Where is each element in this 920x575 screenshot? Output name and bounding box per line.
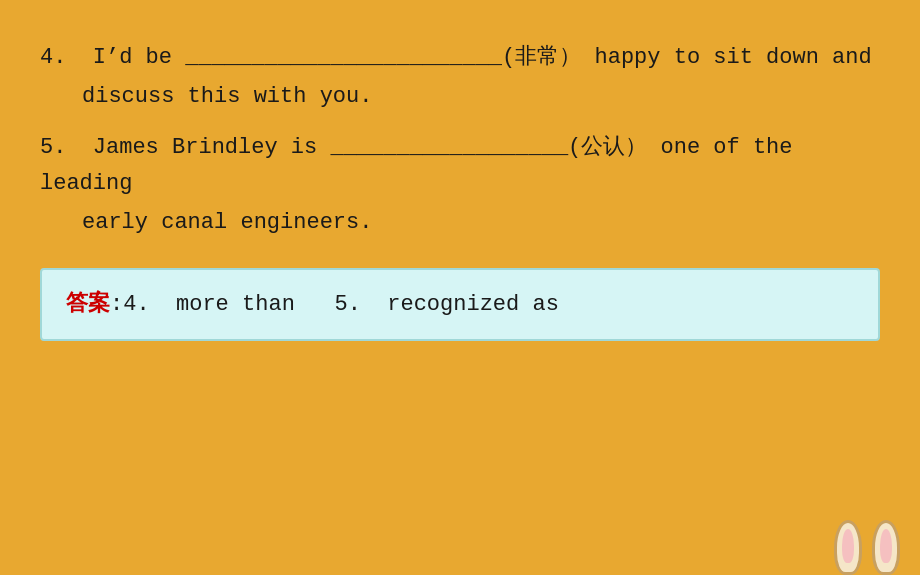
- question-4-line2: discuss this with you.: [40, 79, 880, 114]
- question-5-line1: 5. James Brindley is __________________(…: [40, 130, 880, 200]
- answer-box: 答案:4. more than 5. recognized as: [40, 268, 880, 341]
- question-5: 5. James Brindley is __________________(…: [40, 130, 880, 240]
- question-4: 4. I’d be ________________________(非常） h…: [40, 40, 880, 114]
- answer-label: 答案: [66, 292, 110, 317]
- rabbit-ears: [834, 520, 900, 575]
- rabbit-ear-right: [872, 520, 900, 575]
- rabbit-ear-left: [834, 520, 862, 575]
- question-4-line1: 4. I’d be ________________________(非常） h…: [40, 40, 880, 75]
- answer-content: 4. more than 5. recognized as: [123, 292, 559, 317]
- main-content: 4. I’d be ________________________(非常） h…: [0, 0, 920, 371]
- rabbit-decoration: [834, 520, 900, 575]
- answer-colon: :: [110, 292, 123, 317]
- question-5-line2: early canal engineers.: [40, 205, 880, 240]
